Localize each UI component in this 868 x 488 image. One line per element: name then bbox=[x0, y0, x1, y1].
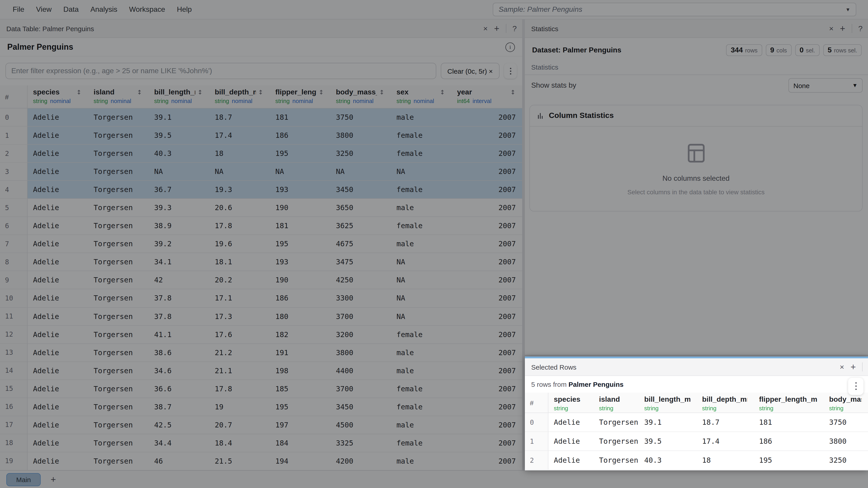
help-icon[interactable]: ? bbox=[858, 25, 863, 32]
statistics-panel-title: Statistics bbox=[531, 25, 558, 32]
sr-table-header-row: #speciesstringislandstringbill_length_mm… bbox=[525, 393, 868, 413]
row-index: 9 bbox=[0, 271, 28, 289]
table-row-2[interactable]: 2AdelieTorgersen40.3181953250 bbox=[525, 451, 868, 470]
menu-bar: FileViewDataAnalysisWorkspaceHelp Sample… bbox=[0, 0, 868, 20]
show-stats-by-label: Show stats by bbox=[531, 81, 576, 90]
selected-rows-table: #speciesstringislandstringbill_length_mm… bbox=[525, 393, 868, 470]
menu-item-analysis[interactable]: Analysis bbox=[90, 5, 117, 13]
column-header-body_mass_g[interactable]: body_mass_gstringnominal bbox=[331, 86, 391, 108]
row-index: 17 bbox=[0, 416, 28, 434]
add-panel-icon[interactable]: + bbox=[494, 24, 499, 33]
table-row-19[interactable]: 19AdelieTorgersen4621.51944200male2007 bbox=[0, 452, 522, 470]
selected-rows-panel-title: Selected Rows bbox=[531, 363, 577, 371]
row-index: 1 bbox=[525, 432, 548, 451]
chevron-down-icon: ▼ bbox=[852, 82, 858, 89]
filter-expression-input[interactable] bbox=[5, 63, 436, 79]
selected-rows-menu-kebab-icon[interactable] bbox=[848, 378, 864, 395]
tab-main[interactable]: Main bbox=[6, 473, 41, 486]
row-index: 0 bbox=[0, 108, 28, 126]
row-index: 19 bbox=[0, 452, 28, 470]
table-row-18[interactable]: 18AdelieTorgersen34.418.41843325female20… bbox=[0, 434, 522, 452]
selected-rows-subheader: 5 rows from Palmer Penguins bbox=[525, 376, 868, 393]
show-stats-by-value: None bbox=[794, 82, 810, 89]
empty-state-hint: Select columns in the data table to view… bbox=[627, 188, 765, 196]
table-row-6[interactable]: 6AdelieTorgersen38.917.81813625female200… bbox=[0, 217, 522, 235]
workspace-area: Data Table: Palmer Penguins × + ? Palmer… bbox=[0, 20, 868, 470]
table-row-8[interactable]: 8AdelieTorgersen34.118.11933475NA2007 bbox=[0, 253, 522, 271]
table-row-17[interactable]: 17AdelieTorgersen42.520.71974500male2007 bbox=[0, 416, 522, 434]
table-row-7[interactable]: 7AdelieTorgersen39.219.61954675male2007 bbox=[0, 235, 522, 253]
clear-filter-button[interactable]: Clear (0c, 5r) × bbox=[440, 63, 500, 79]
table-row-5[interactable]: 5AdelieTorgersen39.320.61903650male2007 bbox=[0, 199, 522, 217]
dataset-title-row: Palmer Penguins i bbox=[0, 38, 522, 57]
menu-item-help[interactable]: Help bbox=[177, 5, 192, 13]
table-row-0[interactable]: 0AdelieTorgersen39.118.71813750male2007 bbox=[0, 108, 522, 127]
table-row-0[interactable]: 0AdelieTorgersen39.118.71813750 bbox=[525, 413, 868, 432]
column-header-species[interactable]: speciesstringnominal bbox=[28, 86, 88, 108]
table-icon bbox=[685, 142, 707, 164]
table-row-11[interactable]: 11AdelieTorgersen37.817.31803700NA2007 bbox=[0, 307, 522, 326]
column-header-body_mass_g[interactable]: body_mass_gstring bbox=[824, 393, 868, 413]
table-row-10[interactable]: 10AdelieTorgersen37.817.11863300NA2007 bbox=[0, 289, 522, 307]
table-row-12[interactable]: 12AdelieTorgersen41.117.61823200female20… bbox=[0, 326, 522, 344]
bar-chart-icon bbox=[537, 112, 545, 120]
button-divider bbox=[506, 24, 506, 33]
column-statistics-card: Column Statistics No columns selected Se… bbox=[529, 105, 863, 212]
column-header-year[interactable]: yearint64interval bbox=[452, 86, 522, 108]
menu-bar-items: FileViewDataAnalysisWorkspaceHelp bbox=[13, 5, 192, 13]
table-row-14[interactable]: 14AdelieTorgersen34.621.11984400male2007 bbox=[0, 362, 522, 380]
table-row-3[interactable]: 3AdelieTorgersenNANANANANA2007 bbox=[0, 163, 522, 181]
column-header-bill_depth_mm[interactable]: bill_depth_mmstringnominal bbox=[209, 86, 270, 108]
table-row-1[interactable]: 1AdelieTorgersen39.517.41863800female200… bbox=[0, 127, 522, 144]
table-row-2[interactable]: 2AdelieTorgersen40.3181953250female2007 bbox=[0, 144, 522, 163]
column-statistics-empty-state: No columns selected Select columns in th… bbox=[530, 127, 862, 211]
table-row-4[interactable]: 4AdelieTorgersen36.719.31933450female200… bbox=[0, 181, 522, 199]
info-icon[interactable]: i bbox=[505, 42, 515, 52]
menu-item-data[interactable]: Data bbox=[63, 5, 79, 13]
row-index: 18 bbox=[0, 434, 28, 452]
column-header-bill_length_mm[interactable]: bill_length_mmstringnominal bbox=[149, 86, 209, 108]
data-table: #speciesstringnominalislandstringnominal… bbox=[0, 86, 522, 470]
add-tab-button[interactable]: + bbox=[51, 475, 56, 484]
row-index: 7 bbox=[0, 235, 28, 253]
table-row-9[interactable]: 9AdelieTorgersen4220.21904250NA2007 bbox=[0, 271, 522, 289]
sort-icon bbox=[76, 89, 82, 95]
data-table-panel: Data Table: Palmer Penguins × + ? Palmer… bbox=[0, 20, 522, 470]
statistics-panel-header: Statistics × + ? bbox=[525, 20, 868, 38]
close-icon[interactable]: × bbox=[483, 25, 488, 32]
column-header-island[interactable]: islandstringnominal bbox=[88, 86, 149, 108]
column-header-flipper_length_mm[interactable]: flipper_length_mmstringnominal bbox=[270, 86, 331, 108]
menu-item-file[interactable]: File bbox=[13, 5, 24, 13]
add-panel-icon[interactable]: + bbox=[850, 362, 856, 371]
menu-item-view[interactable]: View bbox=[36, 5, 52, 13]
dataset-summary-label: Dataset: Palmer Penguins bbox=[532, 46, 621, 54]
row-index: 1 bbox=[0, 127, 28, 144]
badge-rows: 344rows bbox=[726, 44, 762, 56]
column-header-flipper_length_mm[interactable]: flipper_length_mmstring bbox=[754, 393, 824, 413]
show-stats-by-select[interactable]: None ▼ bbox=[788, 78, 863, 93]
column-header-island[interactable]: islandstring bbox=[594, 393, 639, 413]
column-header-sex[interactable]: sexstringnominal bbox=[391, 86, 452, 108]
show-stats-by-row: Show stats by None ▼ bbox=[525, 74, 868, 96]
help-icon[interactable]: ? bbox=[513, 25, 517, 32]
table-row-15[interactable]: 15AdelieTorgersen36.617.81853700female20… bbox=[0, 380, 522, 398]
column-header-species[interactable]: speciesstring bbox=[548, 393, 594, 413]
statistics-panel-buttons: × + ? bbox=[829, 24, 863, 33]
close-icon[interactable]: × bbox=[829, 25, 834, 32]
close-icon[interactable]: × bbox=[840, 363, 844, 371]
sample-dataset-select[interactable]: Sample: Palmer Penguins ▼ bbox=[493, 3, 856, 16]
table-row-1[interactable]: 1AdelieTorgersen39.517.41863800 bbox=[525, 432, 868, 451]
row-index: 16 bbox=[0, 398, 28, 416]
menu-item-workspace[interactable]: Workspace bbox=[129, 5, 165, 13]
table-row-13[interactable]: 13AdelieTorgersen38.621.21913800male2007 bbox=[0, 344, 522, 362]
right-column: Statistics × + ? Dataset: Palmer Penguin… bbox=[525, 20, 868, 470]
filter-menu-kebab-icon[interactable] bbox=[504, 63, 517, 78]
table-row-16[interactable]: 16AdelieTorgersen38.7191953450female2007 bbox=[0, 398, 522, 416]
row-index-header: # bbox=[525, 393, 548, 413]
column-header-bill_depth_mm[interactable]: bill_depth_mmstring bbox=[697, 393, 754, 413]
add-panel-icon[interactable]: + bbox=[840, 24, 845, 33]
column-header-bill_length_mm[interactable]: bill_length_mmstring bbox=[639, 393, 697, 413]
row-index: 4 bbox=[0, 181, 28, 198]
empty-state-title: No columns selected bbox=[662, 174, 730, 183]
filter-row: Clear (0c, 5r) × bbox=[0, 57, 522, 86]
